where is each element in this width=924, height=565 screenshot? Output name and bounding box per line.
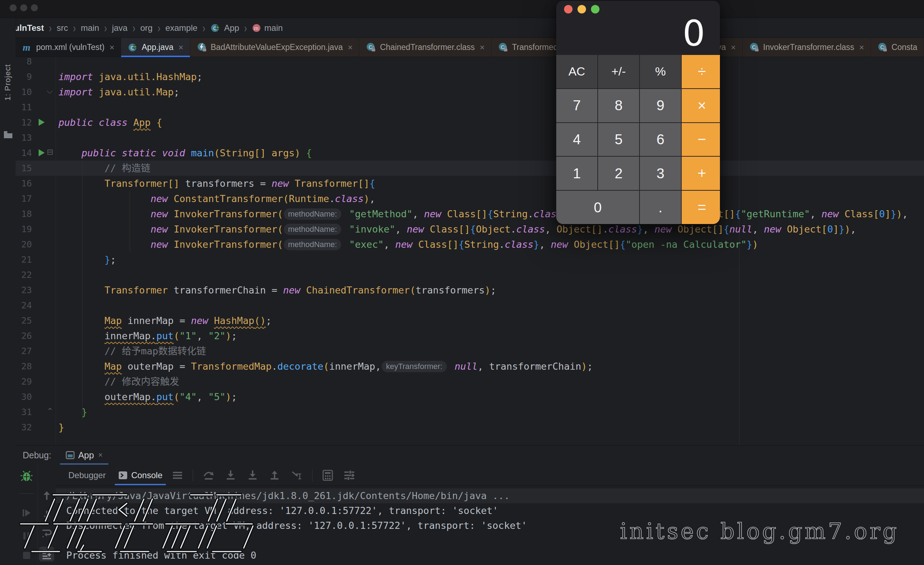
step-into-button[interactable]	[224, 469, 237, 482]
tab-label: Console	[131, 470, 162, 480]
class-run-icon: C	[128, 42, 138, 53]
force-step-into-button[interactable]	[246, 469, 259, 482]
line-number: 23	[16, 282, 32, 298]
calc-button-4[interactable]: 4	[556, 123, 597, 156]
calc-button-9[interactable]: 9	[640, 89, 681, 122]
breadcrumb-separator: ›	[132, 21, 135, 35]
code-line-17: 17 new ConstantTransformer(Runtime.class…	[16, 191, 924, 206]
close-tab-icon[interactable]: ×	[348, 43, 352, 52]
code-text: Map innerMap = new HashMap();	[58, 313, 272, 328]
calculator-readout: 0	[682, 13, 706, 54]
calc-button-_[interactable]: +/-	[598, 55, 639, 88]
line-number: 8	[16, 57, 32, 69]
line-number: 20	[16, 237, 32, 252]
breadcrumb-label: org	[140, 23, 153, 33]
run-gutter-icon[interactable]	[38, 118, 45, 128]
code-text: import java.util.Map;	[58, 84, 179, 99]
calc-button-_[interactable]: +	[682, 157, 720, 190]
calc-button-7[interactable]: 7	[556, 89, 597, 122]
code-text: Transformer[] transformers = new Transfo…	[58, 176, 375, 191]
fold-gutter-icon[interactable]: ⊟	[47, 147, 53, 157]
close-tab-icon[interactable]: ×	[731, 43, 736, 52]
line-number: 29	[16, 374, 32, 389]
calc-button-6[interactable]: 6	[640, 123, 681, 156]
breadcrumb-item-main[interactable]: mmain	[252, 23, 283, 33]
code-text: new InvokerTransformer(methodName: "invo…	[58, 221, 856, 237]
calc-zoom-icon[interactable]	[591, 5, 600, 14]
calc-close-icon[interactable]	[564, 5, 573, 14]
project-toolwindow-button[interactable]: 1: Project	[3, 64, 12, 101]
breadcrumb-item-app[interactable]: CApp	[210, 23, 239, 33]
breadcrumb-separator: ›	[158, 21, 160, 35]
breadcrumb-item-org[interactable]: org	[140, 23, 153, 33]
minimize-window-icon[interactable]	[20, 4, 27, 11]
code-text: // 构造链	[58, 161, 151, 176]
calc-button-_[interactable]: .	[640, 191, 681, 224]
calc-button-2[interactable]: 2	[598, 157, 639, 190]
calc-button-_[interactable]: −	[682, 123, 720, 156]
code-line-15: 15 // 构造链	[16, 161, 924, 176]
calc-button-8[interactable]: 8	[598, 89, 639, 122]
bug-button[interactable]	[16, 470, 38, 483]
calc-button-AC[interactable]: AC	[556, 55, 597, 88]
close-tab-icon[interactable]: ×	[859, 43, 864, 52]
run-to-cursor-button[interactable]	[290, 469, 303, 482]
calculator-window[interactable]: 0 AC+/-%÷789×456−123+0.=	[556, 1, 720, 224]
close-tab-icon[interactable]: ×	[480, 43, 484, 52]
code-text: innerMap.put("1", "2");	[58, 328, 237, 344]
fold-gutter-icon[interactable]: ⌃	[47, 407, 53, 416]
zoom-window-icon[interactable]	[31, 4, 38, 11]
calc-button-1[interactable]: 1	[556, 157, 597, 190]
calc-button-_[interactable]: ÷	[682, 55, 720, 88]
ascii-art-watermark	[14, 488, 269, 561]
breadcrumb-label: main	[264, 23, 283, 33]
toolbar-separator	[312, 469, 312, 481]
breadcrumb-item-main[interactable]: main	[81, 23, 99, 33]
debug-session-tab[interactable]: App ×	[66, 446, 103, 465]
code-line-27: 27 // 给予map数据转化链	[16, 344, 924, 359]
fold-gutter-icon[interactable]: ⌵	[47, 87, 53, 96]
editor-tab-consta[interactable]: CConsta	[871, 38, 924, 57]
editor-tab-badattributevalueexpexception-java[interactable]: BadAttributeValueExpException.java×	[190, 38, 360, 57]
editor-tab-invokertransformer-class[interactable]: CInvokerTransformer.class×	[742, 38, 871, 57]
calculator-display: 0	[556, 1, 720, 55]
calc-button-3[interactable]: 3	[640, 157, 681, 190]
tab-label: BadAttributeValueExpException.java	[211, 42, 343, 52]
step-out-button[interactable]	[268, 469, 281, 482]
editor-tab-pom-xml-vulntest-[interactable]: mpom.xml (vulnTest)×	[16, 38, 121, 57]
tab-debugger[interactable]: Debugger	[68, 465, 106, 485]
code-text: public static void main(String[] args) {	[58, 145, 312, 161]
calc-button-_[interactable]: %	[640, 55, 681, 88]
trace-settings-button[interactable]	[343, 469, 356, 482]
line-number: 17	[16, 191, 32, 206]
menu-button[interactable]	[171, 469, 183, 481]
line-number: 18	[16, 206, 32, 221]
breadcrumb-item-example[interactable]: example	[165, 23, 198, 33]
breadcrumb-separator: ›	[244, 21, 247, 35]
tab-console[interactable]: Console	[118, 465, 162, 485]
step-over-button[interactable]	[202, 469, 215, 482]
code-editor[interactable]: 89import java.util.HashMap;10⌵import jav…	[16, 57, 924, 445]
tab-label: Debugger	[68, 470, 106, 480]
parameter-hint-chip: methodName:	[284, 209, 341, 220]
code-line-23: 23 Transformer transformerChain = new Ch…	[16, 282, 924, 298]
close-tab-icon[interactable]: ×	[110, 43, 114, 52]
calc-minimize-icon[interactable]	[578, 5, 586, 14]
calc-button-_[interactable]: =	[682, 191, 720, 224]
calc-button-_[interactable]: ×	[682, 89, 720, 122]
evaluate-button[interactable]	[322, 469, 334, 481]
code-text: new InvokerTransformer(methodName: "getM…	[58, 206, 908, 221]
close-tab-icon[interactable]: ×	[178, 43, 183, 52]
breadcrumb-item-java[interactable]: java	[112, 23, 128, 33]
close-icon[interactable]: ×	[98, 451, 103, 460]
ide-titlebar	[0, 0, 924, 18]
calc-button-0[interactable]: 0	[556, 191, 639, 224]
editor-tab-app-java[interactable]: CApp.java×	[121, 38, 190, 57]
close-window-icon[interactable]	[10, 4, 16, 11]
breadcrumb-item-src[interactable]: src	[57, 23, 68, 33]
calc-button-5[interactable]: 5	[598, 123, 639, 156]
code-text: public class App {	[58, 115, 162, 130]
run-gutter-icon[interactable]	[38, 149, 45, 158]
ide-window: vulnTest›src›main›java›org›example›CApp›…	[0, 0, 924, 565]
editor-tab-chainedtransformer-class[interactable]: CChainedTransformer.class×	[359, 38, 491, 57]
